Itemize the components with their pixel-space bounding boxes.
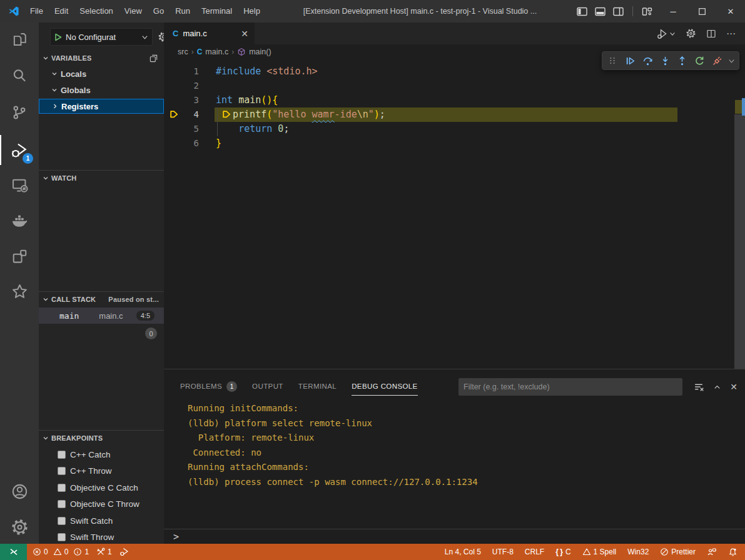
split-editor-icon[interactable] xyxy=(706,29,716,39)
debug-current-line-arrow-icon[interactable] xyxy=(164,108,183,122)
glyph-margin[interactable] xyxy=(164,136,183,151)
account-icon[interactable] xyxy=(0,476,39,506)
editor-scrollbar[interactable] xyxy=(734,59,745,369)
feedback-status[interactable] xyxy=(707,547,717,557)
menu-view[interactable]: View xyxy=(119,4,148,19)
breakpoint-item-objective-c-throw[interactable]: Objective C Throw xyxy=(39,496,164,513)
toggle-sidebar-icon[interactable] xyxy=(577,7,587,16)
close-window-button[interactable]: ✕ xyxy=(716,0,745,22)
code-line-4[interactable]: 4 printf("hello wamr-ide\n"); xyxy=(164,108,734,122)
menu-go[interactable]: Go xyxy=(148,4,170,19)
breakpoint-item-c-catch[interactable]: C++ Catch xyxy=(39,446,164,463)
panel-tab-debug-console[interactable]: DEBUG CONSOLE xyxy=(352,376,418,397)
breadcrumb-symbol[interactable]: main() xyxy=(249,48,271,56)
call-stack-section-header[interactable]: CALL STACK Paused on st... xyxy=(39,292,164,306)
watch-section-header[interactable]: WATCH xyxy=(39,171,164,185)
launch-config-gear-icon[interactable] xyxy=(158,31,164,42)
source-control-icon[interactable] xyxy=(0,98,39,128)
toggle-secondary-sidebar-icon[interactable] xyxy=(613,7,624,16)
toolbar-gripper-icon[interactable] xyxy=(606,53,619,68)
debug-console-input-row[interactable]: > xyxy=(164,529,745,544)
panel-tab-terminal[interactable]: TERMINAL xyxy=(298,376,337,397)
notifications-bell[interactable] xyxy=(728,548,737,557)
formatter-status[interactable]: Prettier xyxy=(660,548,696,556)
step-over-button[interactable] xyxy=(641,53,654,68)
debug-status-icon-item[interactable] xyxy=(119,547,129,557)
disconnect-button[interactable] xyxy=(711,53,724,68)
spell-checker-status[interactable]: 1 Spell xyxy=(582,548,617,556)
glyph-margin[interactable] xyxy=(164,64,183,79)
close-tab-icon[interactable]: ✕ xyxy=(241,29,248,39)
code-line-5[interactable]: 5 return 0; xyxy=(164,122,734,136)
run-and-debug-icon[interactable]: 1 xyxy=(0,135,39,165)
step-into-button[interactable] xyxy=(659,53,672,68)
search-icon[interactable] xyxy=(0,61,39,91)
variables-scope-locals[interactable]: Locals xyxy=(39,66,164,81)
panel-tab-output[interactable]: OUTPUT xyxy=(252,376,283,397)
clear-console-icon[interactable] xyxy=(694,382,704,392)
maximize-panel-icon[interactable] xyxy=(713,383,721,391)
customize-layout-icon[interactable] xyxy=(642,7,652,16)
glyph-margin[interactable] xyxy=(164,122,183,136)
eol-status[interactable]: CRLF xyxy=(525,548,544,556)
settings-gear-icon[interactable] xyxy=(0,512,39,542)
editor-settings-gear-icon[interactable] xyxy=(686,28,696,39)
breadcrumb-src[interactable]: src xyxy=(178,48,188,56)
debug-session-chevron-icon[interactable] xyxy=(728,58,735,64)
breakpoint-checkbox[interactable] xyxy=(58,484,66,492)
menu-file[interactable]: File xyxy=(24,4,49,19)
remote-explorer-icon[interactable] xyxy=(0,170,39,200)
glyph-margin[interactable] xyxy=(164,79,183,93)
breakpoint-item-c-throw[interactable]: C++ Throw xyxy=(39,463,164,480)
tools-status[interactable]: 1 xyxy=(96,548,112,556)
step-out-button[interactable] xyxy=(676,53,689,68)
debug-console-filter-input[interactable] xyxy=(459,378,682,396)
breakpoint-item-swift-catch[interactable]: Swift Catch xyxy=(39,512,164,529)
breakpoint-item-objective-c-catch[interactable]: Objective C Catch xyxy=(39,479,164,496)
toggle-panel-icon[interactable] xyxy=(595,7,606,16)
platform-status[interactable]: Win32 xyxy=(627,548,649,556)
breakpoint-checkbox[interactable] xyxy=(58,517,66,525)
remote-indicator[interactable] xyxy=(0,544,27,560)
code-area[interactable]: 1#include <stdio.h>23int main(){4 printf… xyxy=(164,59,745,369)
explorer-icon[interactable] xyxy=(0,24,39,54)
close-panel-icon[interactable]: ✕ xyxy=(730,382,737,392)
variables-section-header[interactable]: VARIABLES xyxy=(39,51,164,65)
minimize-button[interactable]: ─ xyxy=(659,0,687,22)
menu-terminal[interactable]: Terminal xyxy=(196,4,238,19)
code-line-6[interactable]: 6} xyxy=(164,136,734,151)
run-debug-file-button[interactable] xyxy=(657,28,676,39)
blocks-icon[interactable] xyxy=(0,241,39,271)
star-icon[interactable] xyxy=(0,276,39,306)
variables-scope-globals[interactable]: Globals xyxy=(39,82,164,98)
breakpoints-section-header[interactable]: BREAKPOINTS xyxy=(39,431,164,445)
code-line-2[interactable]: 2 xyxy=(164,79,734,93)
breakpoint-checkbox[interactable] xyxy=(58,467,66,475)
menu-edit[interactable]: Edit xyxy=(49,4,74,19)
breadcrumb-file[interactable]: main.c xyxy=(205,48,228,56)
scrollbar-slider[interactable] xyxy=(734,114,745,369)
tab-main-c[interactable]: C main.c ✕ xyxy=(164,22,255,44)
docker-icon[interactable] xyxy=(0,206,39,236)
breakpoint-item-swift-throw[interactable]: Swift Throw xyxy=(39,529,164,544)
continue-button[interactable] xyxy=(624,53,637,68)
maximize-button[interactable] xyxy=(687,0,716,22)
language-mode-status[interactable]: { } C xyxy=(555,548,570,556)
menu-selection[interactable]: Selection xyxy=(74,4,118,19)
problems-status[interactable]: 0 0 1 xyxy=(33,548,89,556)
breakpoint-checkbox[interactable] xyxy=(58,451,66,459)
encoding-status[interactable]: UTF-8 xyxy=(492,548,514,556)
collapse-all-icon[interactable] xyxy=(149,54,158,63)
panel-tab-problems[interactable]: PROBLEMS1 xyxy=(180,376,237,397)
cursor-position-status[interactable]: Ln 4, Col 5 xyxy=(445,548,481,556)
breakpoint-checkbox[interactable] xyxy=(58,533,66,541)
restart-button[interactable] xyxy=(693,53,706,68)
stack-frame-row[interactable]: main main.c 4:5 xyxy=(39,308,164,324)
breakpoint-checkbox[interactable] xyxy=(58,500,66,508)
config-dropdown[interactable]: No Configurat xyxy=(50,28,153,46)
menu-help[interactable]: Help xyxy=(238,4,266,19)
code-line-3[interactable]: 3int main(){ xyxy=(164,93,734,108)
more-actions-icon[interactable]: ⋯ xyxy=(726,28,736,39)
variables-scope-registers[interactable]: Registers xyxy=(39,99,164,114)
menu-run[interactable]: Run xyxy=(170,4,196,19)
